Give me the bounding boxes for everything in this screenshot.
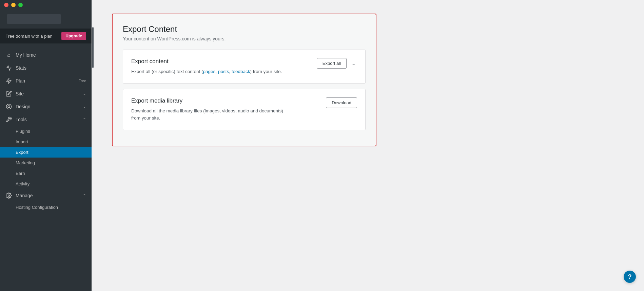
- upgrade-button[interactable]: Upgrade: [61, 32, 86, 40]
- tools-icon: [5, 116, 12, 123]
- export-content-card-title: Export content: [131, 58, 310, 65]
- export-media-card-desc: Download all the media library files (im…: [131, 108, 287, 122]
- earn-label: Earn: [16, 171, 25, 176]
- sidebar-subitem-export[interactable]: Export: [0, 147, 92, 158]
- import-label: Import: [16, 139, 28, 144]
- pages-link[interactable]: pages: [203, 69, 216, 74]
- manage-chevron-icon: ⌃: [83, 193, 86, 198]
- export-container: Export Content Your content on WordPress…: [112, 14, 376, 146]
- design-icon: [5, 103, 12, 110]
- nav-label-design: Design: [16, 104, 79, 109]
- sidebar-subitem-earn[interactable]: Earn: [0, 168, 92, 179]
- export-media-card: Export media library Download all the me…: [123, 89, 366, 130]
- manage-label: Manage: [16, 193, 79, 198]
- svg-marker-0: [6, 78, 11, 84]
- sidebar-item-plan[interactable]: Plan Free: [0, 74, 92, 87]
- sidebar-subitem-activity[interactable]: Activity: [0, 179, 92, 189]
- tools-chevron-icon: ⌃: [83, 117, 86, 122]
- export-content-card-body: Export content Export all (or specific) …: [131, 58, 310, 75]
- export-page-title: Export Content: [123, 24, 366, 34]
- plan-badge: Free: [78, 79, 86, 83]
- sidebar-logo: [0, 10, 92, 29]
- sidebar-item-stats[interactable]: Stats: [0, 61, 92, 74]
- marketing-label: Marketing: [16, 160, 35, 165]
- close-button[interactable]: [4, 3, 8, 7]
- titlebar: [0, 0, 92, 10]
- export-all-button[interactable]: Export all: [317, 58, 347, 69]
- nav-label-plan: Plan: [16, 78, 75, 84]
- site-chevron-icon: ⌄: [83, 91, 86, 96]
- sidebar-item-manage[interactable]: Manage ⌃: [0, 189, 92, 202]
- sidebar-subitem-hosting-config[interactable]: Hosting Configuration: [0, 202, 92, 213]
- svg-point-3: [8, 195, 10, 197]
- design-chevron-icon: ⌄: [83, 104, 86, 109]
- site-icon: [5, 90, 12, 97]
- sidebar-subitem-import[interactable]: Import: [0, 137, 92, 147]
- export-media-card-title: Export media library: [131, 97, 319, 104]
- sidebar-divider: [5, 45, 86, 45]
- feedback-link[interactable]: feedback: [232, 69, 250, 74]
- export-content-card-desc: Export all (or specific) text content (p…: [131, 68, 287, 75]
- manage-icon: [5, 192, 12, 199]
- sidebar: Free domain with a plan Upgrade ⌂ My Hom…: [0, 0, 92, 291]
- main-content: Export Content Your content on WordPress…: [92, 0, 644, 291]
- help-button[interactable]: ?: [624, 271, 636, 283]
- plugins-label: Plugins: [16, 129, 30, 134]
- export-media-card-actions: Download: [326, 97, 357, 108]
- posts-link[interactable]: posts: [218, 69, 229, 74]
- nav-label-my-home: My Home: [16, 52, 86, 58]
- maximize-button[interactable]: [18, 3, 23, 7]
- upgrade-bar-text: Free domain with a plan: [5, 34, 53, 39]
- svg-point-1: [6, 104, 12, 109]
- export-content-card-actions: Export all ⌄: [317, 58, 357, 69]
- activity-label: Activity: [16, 181, 30, 186]
- nav-label-site: Site: [16, 91, 79, 96]
- export-content-card: Export content Export all (or specific) …: [123, 50, 366, 84]
- site-logo: [7, 14, 61, 24]
- scrollbar-thumb: [92, 27, 94, 68]
- sidebar-item-site[interactable]: Site ⌄: [0, 87, 92, 100]
- sidebar-nav: ⌂ My Home Stats Plan Free Si: [0, 47, 92, 291]
- sidebar-item-design[interactable]: Design ⌄: [0, 100, 92, 113]
- hosting-config-label: Hosting Configuration: [16, 205, 58, 210]
- nav-label-stats: Stats: [16, 65, 86, 71]
- svg-point-2: [8, 106, 10, 108]
- download-button[interactable]: Download: [326, 97, 357, 108]
- export-label: Export: [16, 150, 28, 155]
- upgrade-bar: Free domain with a plan Upgrade: [0, 29, 92, 43]
- nav-label-tools: Tools: [16, 117, 79, 122]
- sidebar-subitem-plugins[interactable]: Plugins: [0, 126, 92, 137]
- plan-icon: [5, 77, 12, 84]
- export-media-card-body: Export media library Download all the me…: [131, 97, 319, 122]
- home-icon: ⌂: [5, 52, 12, 58]
- sidebar-subitem-marketing[interactable]: Marketing: [0, 158, 92, 168]
- export-content-chevron-button[interactable]: ⌄: [350, 59, 357, 68]
- stats-icon: [5, 65, 12, 71]
- sidebar-item-my-home[interactable]: ⌂ My Home: [0, 49, 92, 61]
- minimize-button[interactable]: [11, 3, 16, 7]
- export-page-subtitle: Your content on WordPress.com is always …: [123, 36, 366, 41]
- sidebar-item-tools[interactable]: Tools ⌃: [0, 113, 92, 126]
